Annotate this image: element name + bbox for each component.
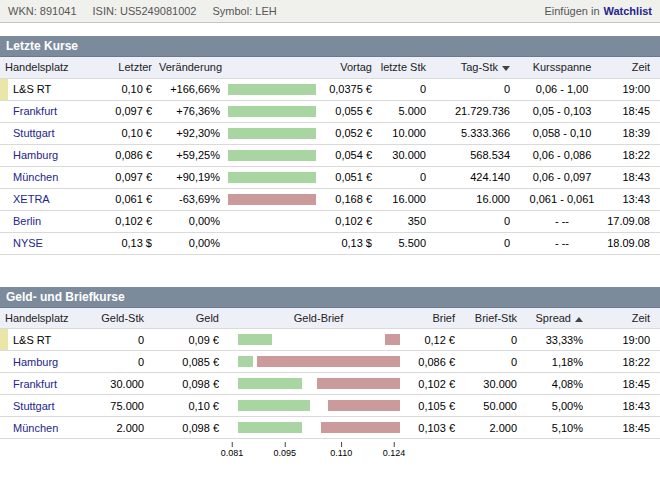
last-price-cell: 0,10 € <box>96 122 154 144</box>
price-range-cell: 0,06 - 0,086 <box>518 144 606 166</box>
col-tag-stk-label: Tag-Stk <box>461 61 498 73</box>
exchange-link[interactable]: Frankfurt <box>13 378 57 390</box>
bid-bar <box>238 378 302 389</box>
col-brief[interactable]: Brief <box>410 308 463 329</box>
letzte-kurse-title: Letzte Kurse <box>0 36 660 57</box>
exchange-cell: L&S RT <box>8 329 96 351</box>
col-spread-label: Spread <box>536 312 571 324</box>
quote-row: Stuttgart75.0000,10 €0,105 €50.0005,00%1… <box>0 395 660 417</box>
axis-tick-label: 0.124 <box>383 448 406 458</box>
spread-cell: 5,00% <box>525 395 591 417</box>
row-highlight-marker <box>0 188 8 210</box>
time-cell: 18:43 <box>606 166 660 188</box>
last-volume-cell: 30.000 <box>380 144 434 166</box>
time-cell: 18:45 <box>591 373 660 395</box>
instrument-info-bar: WKN: 891041ISIN: US5249081002Symbol: LEH… <box>0 0 660 23</box>
exchange-cell: Stuttgart <box>8 122 96 144</box>
ask-volume-cell: 50.000 <box>463 395 525 417</box>
change-bar-cell <box>222 232 322 254</box>
col-geld-stk[interactable]: Geld-Stk <box>96 308 152 329</box>
day-volume-cell: 5.333.366 <box>434 122 518 144</box>
col-veraenderung[interactable]: Veränderung <box>154 57 322 78</box>
exchange-link[interactable]: Hamburg <box>13 149 58 161</box>
change-bar-cell <box>222 78 322 100</box>
exchange-link[interactable]: München <box>13 422 58 434</box>
exchange-link[interactable]: Stuttgart <box>13 400 55 412</box>
change-bar-cell <box>222 188 322 210</box>
prev-close-cell: 0,13 $ <box>322 232 380 254</box>
last-volume-cell: 0 <box>380 78 434 100</box>
geld-brief-title: Geld- und Briefkurse <box>0 287 660 308</box>
letzte-kurse-table: Handelsplatz Letzter Veränderung Vortag … <box>0 57 660 255</box>
last-price-cell: 0,10 € <box>96 78 154 100</box>
col-geld-brief[interactable]: Geld-Brief <box>227 308 410 329</box>
price-range-cell: - -- <box>518 232 606 254</box>
ask-volume-cell: 0 <box>463 351 525 373</box>
quote-row: L&S RT0,10 €+166,66%0,0375 €000,06 - 1,0… <box>0 78 660 100</box>
day-volume-cell: 0 <box>434 210 518 232</box>
symbol-value: LEH <box>255 5 276 17</box>
col-geld[interactable]: Geld <box>152 308 227 329</box>
row-highlight-marker <box>0 144 8 166</box>
exchange-link[interactable]: Frankfurt <box>13 105 57 117</box>
exchange-link[interactable]: XETRA <box>13 193 50 205</box>
watchlist-link[interactable]: Watchlist <box>604 5 653 17</box>
row-highlight-marker <box>0 210 8 232</box>
col-handelsplatz[interactable]: Handelsplatz <box>0 308 96 329</box>
col-kursspanne[interactable]: Kursspanne <box>518 57 606 78</box>
exchange-cell: Stuttgart <box>8 395 96 417</box>
row-highlight-marker <box>0 232 8 254</box>
price-range-cell: 0,061 - 0,061 <box>518 188 606 210</box>
col-zeit[interactable]: Zeit <box>591 308 660 329</box>
row-highlight-marker <box>0 329 8 351</box>
geld-brief-section: Geld- und Briefkurse Handelsplatz Geld-S… <box>0 287 660 469</box>
last-volume-cell: 16.000 <box>380 188 434 210</box>
bid-volume-cell: 0 <box>96 351 152 373</box>
last-price-cell: 0,086 € <box>96 144 154 166</box>
last-volume-cell: 10.000 <box>380 122 434 144</box>
axis-tick-line <box>232 442 233 447</box>
change-percent-cell: +59,25% <box>154 144 222 166</box>
watchlist-action: Einfügen inWatchlist <box>544 5 652 17</box>
change-percent-cell: 0,00% <box>154 232 222 254</box>
last-price-cell: 0,097 € <box>96 166 154 188</box>
ask-price-cell: 0,103 € <box>410 417 463 439</box>
prev-close-cell: 0,168 € <box>322 188 380 210</box>
prev-close-cell: 0,054 € <box>322 144 380 166</box>
col-handelsplatz[interactable]: Handelsplatz <box>0 57 96 78</box>
last-volume-cell: 5.500 <box>380 232 434 254</box>
col-letzte-stk[interactable]: letzte Stk <box>380 57 434 78</box>
time-cell: 18.09.08 <box>606 232 660 254</box>
col-zeit[interactable]: Zeit <box>606 57 660 78</box>
spread-cell: 33,33% <box>525 329 591 351</box>
exchange-link[interactable]: Berlin <box>13 215 41 227</box>
ask-volume-cell: 2.000 <box>463 417 525 439</box>
exchange-link[interactable]: München <box>13 171 58 183</box>
change-percent-cell: +76,36% <box>154 100 222 122</box>
col-spread[interactable]: Spread <box>525 308 591 329</box>
bid-volume-cell: 2.000 <box>96 417 152 439</box>
time-cell: 13:43 <box>606 188 660 210</box>
col-tag-stk[interactable]: Tag-Stk <box>434 57 518 78</box>
col-brief-stk[interactable]: Brief-Stk <box>463 308 525 329</box>
exchange-cell: München <box>8 166 96 188</box>
bid-bar <box>238 400 310 411</box>
bid-ask-bar-cell <box>227 395 410 417</box>
ask-bar <box>257 356 400 367</box>
time-cell: 18:45 <box>591 417 660 439</box>
quote-row: NYSE0,13 $0,00%0,13 $5.5000- --18.09.08 <box>0 232 660 254</box>
bid-ask-bar-cell <box>227 351 410 373</box>
day-volume-cell: 21.729.736 <box>434 100 518 122</box>
change-bar-positive <box>228 84 316 95</box>
col-vortag[interactable]: Vortag <box>322 57 380 78</box>
time-cell: 19:00 <box>606 78 660 100</box>
time-cell: 18:45 <box>606 100 660 122</box>
exchange-link[interactable]: Stuttgart <box>13 127 55 139</box>
exchange-link[interactable]: Hamburg <box>13 356 58 368</box>
last-volume-cell: 5.000 <box>380 100 434 122</box>
exchange-link[interactable]: NYSE <box>13 237 43 249</box>
sort-desc-icon <box>502 66 510 71</box>
isin-value: US5249081002 <box>120 5 196 17</box>
col-letzter[interactable]: Letzter <box>96 57 154 78</box>
axis-tick: 0.095 <box>273 442 296 458</box>
